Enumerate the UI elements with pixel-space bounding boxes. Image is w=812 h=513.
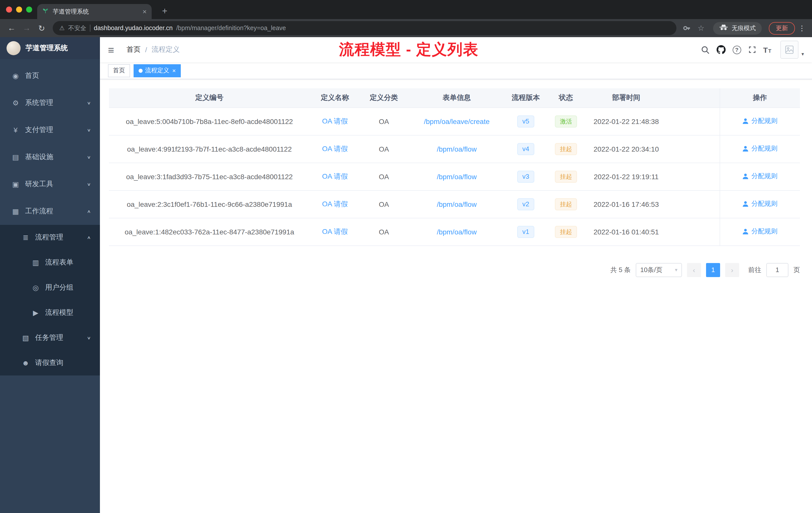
page-number-button[interactable]: 1 [706,263,720,277]
sidebar-item-task-mgmt[interactable]: ▧ 任务管理 ∨ [0,325,100,350]
goto-page-input[interactable] [766,263,788,277]
close-icon[interactable]: × [172,67,176,74]
browser-tab[interactable]: 芋道管理系统 × [37,4,152,19]
breadcrumb-separator: / [145,46,147,54]
status-badge: 挂起 [555,198,577,210]
caret-down-icon: ▾ [802,51,804,57]
github-icon[interactable] [716,45,725,54]
active-dot-icon [139,68,143,72]
row-spacer [666,108,720,135]
assign-rule-link[interactable]: 分配规则 [743,117,778,126]
browser-window: 芋道管理系统 × + ← → ↻ ⚠ 不安全 dashboard.yudao.i… [0,0,812,513]
definition-category: OA [360,190,408,218]
definition-category: OA [360,218,408,245]
list-icon: ≣ [20,233,31,241]
form-link[interactable]: /bpm/oa/flow [437,200,477,208]
form-link[interactable]: /bpm/oa/flow [437,173,477,180]
goto-unit-label: 页 [793,265,800,274]
menu-kebab-icon[interactable]: ⋮ [797,24,807,32]
definition-name-link[interactable]: OA 请假 [322,172,348,180]
infrastructure-icon: ▤ [10,153,21,161]
search-icon[interactable] [701,46,709,54]
column-header: 定义分类 [360,88,408,108]
next-page-button[interactable]: › [725,263,739,277]
definition-name-link[interactable]: OA 请假 [322,227,348,235]
form-link[interactable]: /bpm/oa/leave/create [424,117,490,125]
column-header: 表单信息 [408,88,506,108]
reload-button[interactable]: ↻ [35,22,48,35]
chevron-down-icon: ∨ [87,100,91,105]
window-close-button[interactable] [6,6,12,12]
tag-process-definition[interactable]: 流程定义 × [134,64,181,77]
version-badge: v3 [517,171,534,182]
page-size-value: 10条/页 [640,265,662,274]
sidebar-item-leave-query[interactable]: ☻ 请假查询 [0,350,100,375]
new-tab-button[interactable]: + [159,6,171,17]
sidebar-item-home[interactable]: ◉ 首页 [0,62,100,89]
assign-rule-link[interactable]: 分配规则 [743,144,778,153]
fullscreen-icon[interactable] [748,46,756,54]
breadcrumb-home[interactable]: 首页 [126,45,141,54]
status-badge: 挂起 [555,225,577,238]
sidebar-item-payment[interactable]: ¥ 支付管理 ∨ [0,117,100,144]
users-icon: ◎ [30,283,41,292]
definition-name-link[interactable]: OA 请假 [322,117,348,125]
sidebar-item-devtools[interactable]: ▣ 研发工具 ∨ [0,171,100,198]
assign-rule-label: 分配规则 [752,144,778,153]
logo-avatar [6,41,21,55]
password-key-icon[interactable] [681,24,693,32]
divider [90,25,90,32]
sidebar-item-system[interactable]: ⚙ 系统管理 ∨ [0,89,100,117]
update-chip[interactable]: 更新 [769,22,795,34]
assign-rule-label: 分配规则 [752,117,778,126]
incognito-label: 无痕模式 [732,24,756,32]
tag-home[interactable]: 首页 [108,64,130,77]
sidebar-item-infrastructure[interactable]: ▤ 基础设施 ∨ [0,144,100,171]
column-header: 部署时间 [586,88,666,108]
version-badge: v5 [517,115,534,127]
form-link[interactable]: /bpm/oa/flow [437,145,477,153]
url-path: /bpm/manager/definition?key=oa_leave [176,25,286,32]
tag-label: 流程定义 [145,66,169,75]
user-avatar[interactable]: ▾ [780,41,804,59]
version-badge: v4 [517,143,534,155]
definition-category: OA [360,108,408,135]
task-icon: ▧ [20,334,31,342]
chevron-up-icon: ∧ [87,209,91,214]
warning-icon: ⚠ [59,25,65,32]
help-icon[interactable]: ? [732,46,741,54]
hamburger-icon[interactable]: ≡ [108,44,120,55]
sidebar-item-process-mgmt[interactable]: ≣ 流程管理 ∧ [0,225,100,250]
row-spacer [666,163,720,190]
sidebar-item-process-model[interactable]: ▶ 流程模型 [0,300,100,325]
bookmark-star-icon[interactable]: ☆ [695,24,707,33]
workflow-submenu: ≣ 流程管理 ∧ ▥ 流程表单 ◎ 用户分组 ▶ 流程模型 [0,225,100,375]
assign-rule-link[interactable]: 分配规则 [743,227,778,236]
deploy-time: 2022-01-22 19:19:11 [586,163,666,190]
sidebar-item-label: 流程模型 [45,308,73,317]
window-minimize-button[interactable] [16,6,22,12]
tab-close-icon[interactable]: × [143,7,147,16]
font-size-icon[interactable]: TT [763,46,771,54]
goto-label: 前往 [748,265,761,274]
breadcrumb-current: 流程定义 [152,45,180,54]
sidebar-item-process-form[interactable]: ▥ 流程表单 [0,250,100,275]
assign-rule-link[interactable]: 分配规则 [743,200,778,209]
definition-name-link[interactable]: OA 请假 [322,144,348,152]
assign-rule-link[interactable]: 分配规则 [743,172,778,181]
column-header: 操作 [720,88,800,108]
back-button[interactable]: ← [5,22,18,35]
definition-name-link[interactable]: OA 请假 [322,200,348,208]
page-size-select[interactable]: 10条/页 ▾ [636,263,682,277]
address-bar[interactable]: ⚠ 不安全 dashboard.yudao.iocoder.cn/bpm/man… [53,21,676,35]
prev-page-button[interactable]: ‹ [687,263,701,277]
sidebar-item-user-group[interactable]: ◎ 用户分组 [0,275,100,300]
definition-category: OA [360,163,408,190]
row-spacer [666,218,720,245]
sidebar-item-workflow[interactable]: ▦ 工作流程 ∧ [0,198,100,225]
window-zoom-button[interactable] [26,6,32,12]
home-icon: ◉ [10,72,21,80]
forward-button[interactable]: → [20,22,33,35]
form-link[interactable]: /bpm/oa/flow [437,228,477,236]
security-label: 不安全 [68,24,86,32]
